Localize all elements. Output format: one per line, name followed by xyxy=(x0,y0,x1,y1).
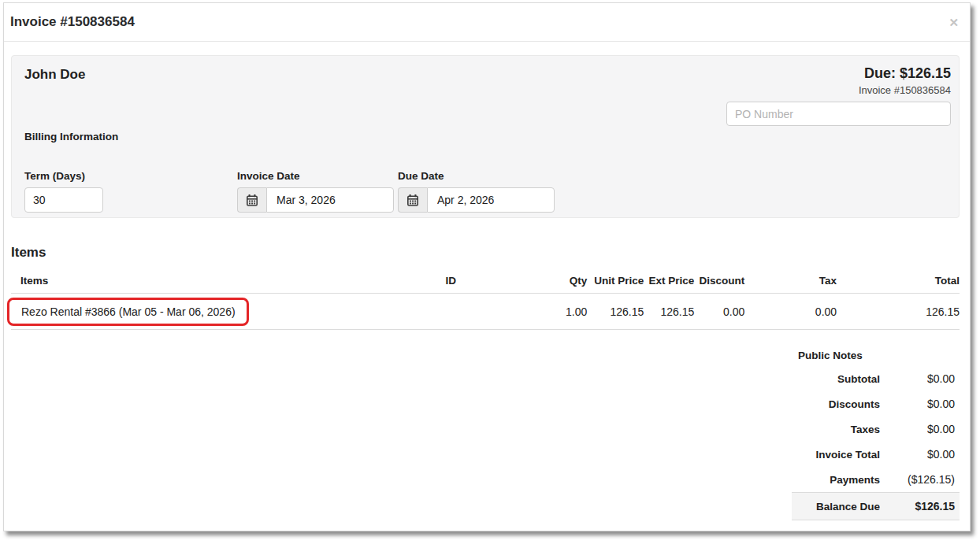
due-date-input[interactable] xyxy=(427,187,555,213)
column-header-items: Items xyxy=(11,268,445,294)
items-table: Items ID Qty Unit Price Ext Price Discou… xyxy=(11,268,960,330)
invoice-total-label: Invoice Total xyxy=(792,449,880,461)
balance-due-value: $126.15 xyxy=(880,500,955,513)
summary-row-payments: Payments ($126.15) xyxy=(792,467,960,492)
modal-content: John Doe Due: $126.15 Invoice #150836584… xyxy=(4,42,970,520)
column-header-qty: Qty xyxy=(555,268,587,294)
taxes-value: $0.00 xyxy=(880,423,955,435)
summary-row-taxes: Taxes $0.00 xyxy=(792,416,960,442)
due-date-group: Due Date xyxy=(398,170,555,213)
column-header-unit-price: Unit Price xyxy=(587,268,644,294)
summary-row-discounts: Discounts $0.00 xyxy=(792,391,960,416)
invoice-date-group: Invoice Date xyxy=(237,170,394,213)
column-header-total: Total xyxy=(837,268,960,294)
calendar-button[interactable] xyxy=(237,187,266,213)
calendar-icon xyxy=(247,194,258,206)
highlighted-item-name[interactable]: Rezo Rental #3866 (Mar 05 - Mar 06, 2026… xyxy=(7,298,249,326)
items-table-header-row: Items ID Qty Unit Price Ext Price Discou… xyxy=(11,268,960,294)
item-id xyxy=(445,294,555,330)
item-qty: 1.00 xyxy=(555,294,587,330)
column-header-tax: Tax xyxy=(744,268,837,294)
invoice-summary: Public Notes Subtotal $0.00 Discounts $0… xyxy=(792,350,960,520)
item-ext-price: 126.15 xyxy=(644,294,694,330)
subtotal-value: $0.00 xyxy=(880,372,955,385)
item-unit-price: 126.15 xyxy=(587,294,644,330)
invoice-modal: Invoice #150836584 ✕ John Doe Due: $126.… xyxy=(3,2,971,531)
summary-row-subtotal: Subtotal $0.00 xyxy=(792,366,960,391)
summary-row-invoice-total: Invoice Total $0.00 xyxy=(792,442,960,467)
invoice-date-label: Invoice Date xyxy=(237,170,394,182)
discounts-value: $0.00 xyxy=(880,398,955,410)
public-notes-label[interactable]: Public Notes xyxy=(792,350,960,361)
modal-header: Invoice #150836584 ✕ xyxy=(4,3,970,42)
invoice-date-input[interactable] xyxy=(266,187,394,213)
customer-name: John Doe xyxy=(24,65,85,126)
billing-information-label: Billing Information xyxy=(24,131,118,142)
items-section-heading: Items xyxy=(11,245,960,261)
item-total: 126.15 xyxy=(837,294,960,330)
item-discount: 0.00 xyxy=(694,294,744,330)
column-header-discount: Discount xyxy=(694,268,744,294)
calendar-button[interactable] xyxy=(398,187,427,213)
due-date-label: Due Date xyxy=(398,170,555,182)
item-tax: 0.00 xyxy=(744,294,837,330)
close-icon[interactable]: ✕ xyxy=(948,17,959,28)
term-label: Term (Days) xyxy=(24,170,237,182)
billing-panel: John Doe Due: $126.15 Invoice #150836584… xyxy=(11,55,960,218)
taxes-label: Taxes xyxy=(792,424,880,435)
term-field-group: Term (Days) xyxy=(24,170,237,213)
table-row[interactable]: Rezo Rental #3866 (Mar 05 - Mar 06, 2026… xyxy=(11,294,960,330)
payments-label: Payments xyxy=(792,474,880,486)
modal-title: Invoice #150836584 xyxy=(10,14,135,30)
po-number-input[interactable] xyxy=(726,102,951,126)
term-input[interactable] xyxy=(24,187,103,213)
due-amount: Due: $126.15 xyxy=(726,65,951,82)
balance-due-label: Balance Due xyxy=(792,501,880,513)
subtotal-label: Subtotal xyxy=(792,373,880,385)
discounts-label: Discounts xyxy=(792,398,880,410)
column-header-id: ID xyxy=(445,268,555,294)
calendar-icon xyxy=(407,194,418,206)
invoice-number: Invoice #150836584 xyxy=(726,84,951,96)
summary-row-balance-due: Balance Due $126.15 xyxy=(792,492,960,520)
column-header-ext-price: Ext Price xyxy=(644,268,694,294)
payments-value: ($126.15) xyxy=(880,473,955,486)
invoice-total-value: $0.00 xyxy=(880,448,955,461)
